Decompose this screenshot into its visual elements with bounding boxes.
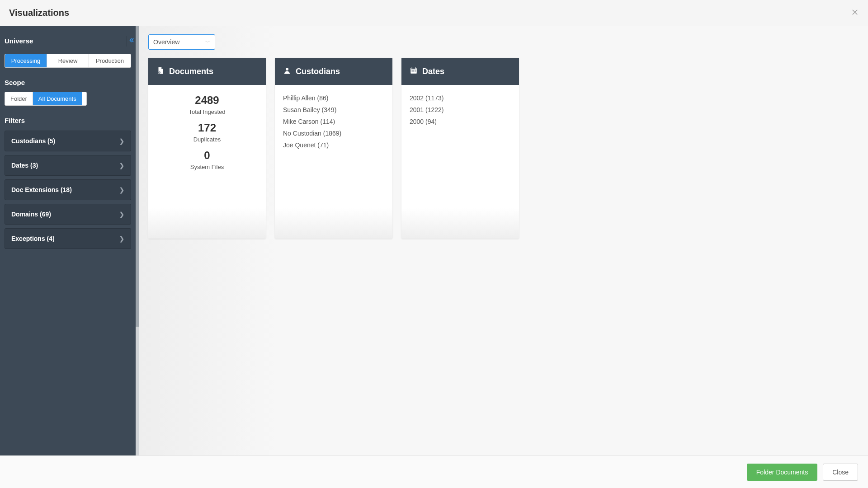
filter-label: Dates (3)	[11, 162, 38, 169]
filter-label: Custodians (5)	[11, 137, 55, 145]
filter-label: Doc Extensions (18)	[11, 186, 72, 193]
dialog-header: Visualizations	[0, 0, 868, 26]
chevron-right-icon: ❯	[119, 138, 124, 145]
filter-exceptions[interactable]: Exceptions (4) ❯	[5, 228, 131, 249]
stat-label: Total Ingested	[156, 108, 258, 115]
dialog-title: Visualizations	[9, 8, 69, 18]
scope-folder[interactable]: Folder	[5, 92, 33, 105]
card-documents: Documents 2489 Total Ingested 172 Duplic…	[148, 58, 266, 239]
filters-list: Custodians (5) ❯ Dates (3) ❯ Doc Extensi…	[5, 131, 131, 249]
svg-point-3	[286, 68, 288, 70]
svg-rect-8	[412, 70, 413, 71]
list-item: Joe Quenet (71)	[283, 139, 384, 151]
stat-value: 172	[156, 122, 258, 134]
sidebar-collapse-button[interactable]	[127, 36, 136, 47]
main-content: Overview ﹀ Documents 2489 Total Ingested…	[139, 26, 868, 455]
document-icon	[156, 66, 165, 77]
tab-review[interactable]: Review	[47, 54, 89, 67]
scrollbar-thumb[interactable]	[136, 26, 139, 327]
chevron-right-icon: ❯	[119, 162, 124, 169]
scope-toggle: Folder All Documents	[5, 92, 87, 106]
chevron-down-icon: ﹀	[205, 39, 210, 46]
card-title: Custodians	[296, 67, 340, 76]
filter-label: Domains (69)	[11, 211, 51, 218]
stat-value: 2489	[156, 94, 258, 107]
filter-domains[interactable]: Domains (69) ❯	[5, 204, 131, 225]
calendar-icon	[410, 66, 418, 77]
filters-label: Filters	[5, 114, 131, 127]
scope-label: Scope	[5, 76, 131, 89]
person-icon	[283, 66, 291, 77]
card-title: Dates	[422, 67, 444, 76]
chevron-right-icon: ❯	[119, 235, 124, 242]
filter-custodians[interactable]: Custodians (5) ❯	[5, 131, 131, 151]
card-title: Documents	[169, 67, 213, 76]
chevron-right-icon: ❯	[119, 187, 124, 193]
list-item: Susan Bailey (349)	[283, 104, 384, 116]
close-button[interactable]: Close	[823, 464, 858, 481]
view-select-value: Overview	[153, 38, 179, 46]
filter-dates[interactable]: Dates (3) ❯	[5, 155, 131, 176]
view-select[interactable]: Overview ﹀	[148, 34, 215, 50]
stat-label: System Files	[156, 164, 258, 170]
stat-value: 0	[156, 149, 258, 162]
list-item: 2001 (1222)	[410, 104, 511, 116]
universe-label: Universe	[5, 34, 33, 47]
list-item: 2002 (1173)	[410, 92, 511, 104]
card-custodians: Custodians Phillip Allen (86) Susan Bail…	[275, 58, 392, 239]
tab-processing[interactable]: Processing	[5, 54, 47, 67]
stat-label: Duplicates	[156, 136, 258, 143]
sidebar-scrollbar[interactable]	[136, 26, 139, 455]
list-item: Phillip Allen (86)	[283, 92, 384, 104]
svg-rect-10	[415, 70, 416, 71]
scope-all-documents[interactable]: All Documents	[33, 92, 82, 105]
svg-rect-5	[410, 68, 417, 69]
svg-point-2	[159, 71, 161, 74]
tab-production[interactable]: Production	[89, 54, 131, 67]
filter-label: Exceptions (4)	[11, 235, 55, 242]
chevron-right-icon: ❯	[119, 211, 124, 218]
close-icon[interactable]	[851, 8, 859, 18]
list-item: No Custodian (1869)	[283, 127, 384, 139]
list-item: 2000 (94)	[410, 116, 511, 127]
folder-documents-button[interactable]: Folder Documents	[747, 464, 817, 481]
filter-doc-extensions[interactable]: Doc Extensions (18) ❯	[5, 179, 131, 200]
universe-tabs: Processing Review Production	[5, 54, 131, 68]
list-item: Mike Carson (114)	[283, 116, 384, 127]
sidebar: Universe Processing Review Production Sc…	[0, 26, 139, 455]
dialog-footer: Folder Documents Close	[0, 455, 868, 488]
svg-rect-9	[413, 70, 414, 71]
chevron-double-left-icon	[128, 37, 135, 45]
card-dates: Dates 2002 (1173) 2001 (1222) 2000 (94)	[401, 58, 519, 239]
